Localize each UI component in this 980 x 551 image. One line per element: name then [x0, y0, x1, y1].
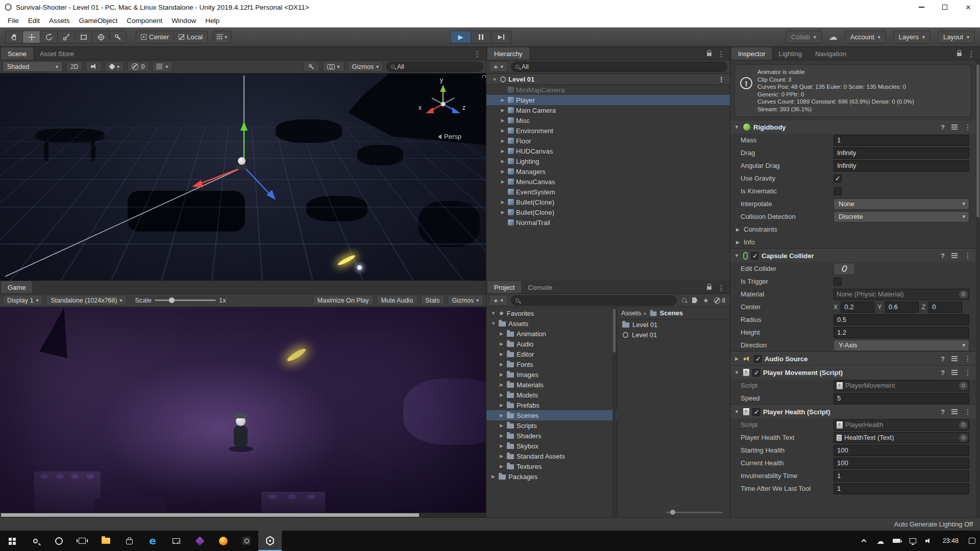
- starting-health-field[interactable]: 100: [834, 445, 969, 456]
- grid-visibility-dropdown[interactable]: ▾: [152, 61, 173, 72]
- tab-project[interactable]: Project: [487, 281, 521, 293]
- hierarchy-search[interactable]: [511, 62, 727, 72]
- unity-taskbar-button[interactable]: [258, 531, 282, 551]
- component-header-capsule-collider[interactable]: ▼ Capsule Collider ? ⋮: [730, 248, 976, 262]
- store-button[interactable]: [117, 531, 141, 551]
- constraints-foldout[interactable]: ▶Constraints: [730, 223, 976, 236]
- folder-row[interactable]: ▶Shaders: [486, 431, 617, 441]
- hand-tool-button[interactable]: [5, 31, 22, 43]
- component-tools-button[interactable]: [303, 61, 320, 72]
- object-picker-icon[interactable]: [959, 382, 968, 390]
- game-scale-slider[interactable]: [155, 299, 216, 301]
- transform-tool-button[interactable]: [92, 31, 109, 43]
- scrollbar-thumb[interactable]: [613, 309, 616, 353]
- task-view-button[interactable]: [70, 531, 94, 551]
- menu-component[interactable]: Component: [122, 14, 167, 27]
- network-tray-icon[interactable]: [905, 531, 921, 551]
- hierarchy-item[interactable]: ▶Managers: [486, 166, 730, 177]
- tab-game[interactable]: Game: [1, 281, 32, 293]
- folder-row[interactable]: ▶Prefabs: [486, 400, 617, 410]
- folder-row[interactable]: ▶Materials: [486, 380, 617, 390]
- hierarchy-item[interactable]: ▶Environment: [486, 126, 730, 136]
- expand-arrow-icon[interactable]: ▶: [499, 413, 504, 418]
- speed-field[interactable]: 5: [834, 393, 969, 404]
- rect-tool-button[interactable]: [75, 31, 92, 43]
- expand-arrow-icon[interactable]: ▶: [499, 443, 504, 448]
- aspect-dropdown[interactable]: Standalone (1024x768) ▾: [46, 295, 127, 306]
- save-search-icon[interactable]: ★: [703, 297, 709, 304]
- edit-collider-button[interactable]: [834, 263, 855, 275]
- center-z-field[interactable]: 0: [928, 302, 962, 313]
- hierarchy-item[interactable]: ▶Bullet(Clone): [486, 207, 730, 217]
- more-menu-icon[interactable]: ⋮: [964, 123, 971, 131]
- object-picker-icon[interactable]: [959, 434, 968, 442]
- tab-console[interactable]: Console: [521, 281, 559, 293]
- foldout-arrow-icon[interactable]: ▼: [733, 409, 740, 414]
- mail-button[interactable]: [164, 531, 188, 551]
- project-search[interactable]: [511, 295, 677, 306]
- thumbnail-size-slider[interactable]: [666, 512, 722, 513]
- menu-assets[interactable]: Assets: [44, 14, 75, 27]
- tray-expand-button[interactable]: [856, 531, 872, 551]
- visual-studio-button[interactable]: [188, 531, 211, 551]
- material-object-field[interactable]: None (Physic Material): [834, 289, 969, 300]
- scene-gizmos-dropdown[interactable]: Gizmos ▾: [348, 61, 383, 72]
- grid-snap-button[interactable]: ▾: [213, 31, 231, 43]
- component-enabled-checkbox[interactable]: [752, 408, 760, 416]
- draw-mode-dropdown[interactable]: Shaded ▾: [3, 61, 63, 72]
- folder-row[interactable]: ▶Models: [486, 390, 617, 400]
- current-health-field[interactable]: 100: [834, 458, 969, 469]
- more-menu-icon[interactable]: ⋮: [964, 252, 971, 259]
- preset-icon[interactable]: [951, 411, 958, 412]
- component-header-player-movement[interactable]: ▼ Player Movement (Script) ? ⋮: [730, 365, 976, 379]
- height-field[interactable]: 1.2: [834, 327, 969, 338]
- collab-dropdown[interactable]: Collab ▾: [786, 31, 822, 43]
- player-health-text-object-field[interactable]: HealthText (Text): [834, 432, 969, 443]
- expand-arrow-icon[interactable]: ▶: [499, 372, 504, 377]
- help-icon[interactable]: ?: [941, 369, 945, 377]
- lock-icon[interactable]: [957, 53, 962, 56]
- hierarchy-item[interactable]: EventSystem: [486, 187, 730, 197]
- taskbar-clock[interactable]: 23:48: [938, 537, 964, 544]
- preset-icon[interactable]: [951, 127, 958, 128]
- step-button[interactable]: ▶: [491, 31, 511, 43]
- is-trigger-checkbox[interactable]: [834, 278, 842, 286]
- unity-hub-button[interactable]: [235, 531, 258, 551]
- pivot-mode-button[interactable]: Center: [136, 31, 174, 43]
- folder-row[interactable]: ▶Audio: [486, 339, 617, 349]
- breadcrumb-current[interactable]: Scenes: [660, 309, 683, 317]
- inspector-scrollbar[interactable]: [976, 60, 980, 517]
- battery-tray-icon[interactable]: [889, 531, 905, 551]
- expand-arrow-icon[interactable]: ▶: [500, 108, 506, 113]
- foldout-arrow-icon[interactable]: ▼: [733, 253, 740, 258]
- folder-row[interactable]: ▶Images: [486, 369, 617, 380]
- collision-detection-dropdown[interactable]: Discrete: [834, 211, 969, 222]
- expand-arrow-icon[interactable]: ▶: [499, 382, 504, 387]
- menu-window[interactable]: Window: [167, 14, 201, 27]
- direction-dropdown[interactable]: Y-Axis: [834, 340, 969, 351]
- tree-scrollbar[interactable]: [612, 307, 616, 517]
- account-dropdown[interactable]: Account ▾: [845, 31, 886, 43]
- preset-icon[interactable]: [951, 358, 958, 359]
- help-icon[interactable]: ?: [941, 408, 945, 416]
- expand-arrow-icon[interactable]: ▶: [491, 474, 496, 479]
- folder-row-selected[interactable]: ▶Scenes: [486, 410, 617, 420]
- file-row[interactable]: Level 01: [617, 319, 730, 330]
- radius-field[interactable]: 0.5: [834, 314, 969, 325]
- game-horizontal-scrollbar[interactable]: [0, 513, 486, 517]
- expand-arrow-icon[interactable]: ▶: [500, 179, 506, 184]
- scale-tool-button[interactable]: [57, 31, 75, 43]
- volume-tray-icon[interactable]: [921, 531, 938, 551]
- slider-thumb[interactable]: [670, 510, 675, 515]
- invulnerability-time-field[interactable]: 1: [834, 470, 969, 482]
- move-tool-button[interactable]: [22, 31, 40, 43]
- file-explorer-button[interactable]: [94, 531, 117, 551]
- scene-search-input[interactable]: [397, 63, 479, 70]
- expand-arrow-icon[interactable]: ▶: [499, 423, 504, 428]
- hierarchy-item[interactable]: ▶Lighting: [486, 156, 730, 166]
- drag-field[interactable]: Infinity: [834, 147, 969, 159]
- hierarchy-item[interactable]: NormalTrail: [486, 217, 730, 228]
- stats-button[interactable]: Stats: [421, 295, 445, 306]
- expand-arrow-icon[interactable]: ▶: [499, 352, 504, 357]
- scrollbar-thumb[interactable]: [976, 64, 979, 217]
